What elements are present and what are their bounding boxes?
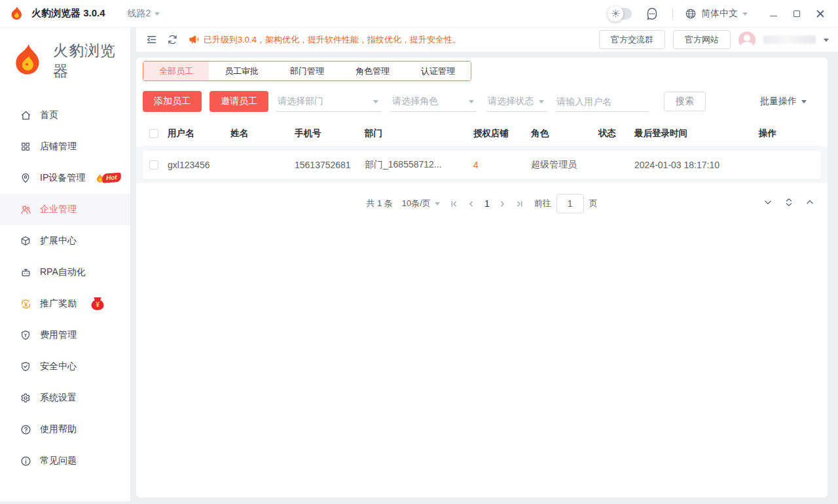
- sidebar-item-label: 首页: [40, 109, 58, 121]
- department-select-placeholder: 请选择部门: [278, 96, 323, 107]
- chevron-down-icon[interactable]: [763, 198, 773, 207]
- support-chat-icon[interactable]: [644, 5, 661, 22]
- content-card: 全部员工 员工审批 部门管理 角色管理 认证管理 添加员工 邀请员工 请选择部门…: [136, 58, 828, 497]
- authorized-shops-link[interactable]: 4: [473, 160, 479, 170]
- sidebar-item-help[interactable]: 使用帮助: [0, 414, 130, 445]
- tab-bar: 全部员工 员工审批 部门管理 角色管理 认证管理: [143, 61, 471, 81]
- sidebar-item-label: 企业管理: [40, 204, 77, 215]
- hot-badge: Hot: [96, 172, 122, 185]
- info-circle-icon: [20, 455, 31, 467]
- department-select[interactable]: 请选择部门: [276, 91, 381, 112]
- header-authorized-shops: 授权店铺: [473, 128, 531, 139]
- line-selector[interactable]: 线路2: [128, 8, 160, 20]
- prev-page-button[interactable]: [466, 198, 477, 209]
- search-button[interactable]: 搜索: [664, 92, 706, 111]
- brand-name: 火豹浏览器: [53, 41, 130, 81]
- chevron-down-icon: [539, 100, 544, 106]
- sidebar-item-label: 扩展中心: [40, 235, 77, 247]
- filter-toolbar: 添加员工 邀请员工 请选择部门 请选择角色 请选择状态 搜索 批量操作: [143, 91, 821, 112]
- hot-badge-label: Hot: [102, 173, 122, 183]
- row-checkbox[interactable]: [149, 160, 158, 170]
- select-all-checkbox[interactable]: [149, 129, 158, 138]
- sidebar-item-fee-management[interactable]: 费用管理: [0, 319, 130, 351]
- cell-phone: 15613752681: [295, 160, 365, 170]
- money-bag-icon: ¥: [90, 296, 105, 312]
- add-employee-button[interactable]: 添加员工: [143, 91, 202, 112]
- sidebar-item-faq[interactable]: 常见问题: [0, 445, 130, 477]
- role-select-placeholder: 请选择角色: [392, 96, 438, 107]
- first-page-button[interactable]: [449, 198, 460, 209]
- invite-employee-button[interactable]: 邀请员工: [210, 91, 268, 112]
- sidebar-item-label: 常见问题: [40, 455, 77, 467]
- batch-actions-dropdown[interactable]: 批量操作: [760, 96, 807, 107]
- next-page-button[interactable]: [498, 198, 508, 209]
- close-button[interactable]: [812, 5, 829, 22]
- pagination-total: 共 1 条: [366, 198, 392, 209]
- chevron-down-icon: [801, 100, 807, 106]
- announcement: 已升级到3.0.4，架构优化，提升软件性能，指纹优化，提升安全性。: [189, 34, 461, 46]
- username-input[interactable]: [556, 91, 648, 112]
- home-icon: [20, 109, 31, 121]
- last-page-button[interactable]: [515, 198, 525, 209]
- user-avatar[interactable]: [738, 31, 756, 48]
- user-menu-chevron-down-icon[interactable]: [824, 39, 829, 45]
- sidebar-item-security-center[interactable]: 安全中心: [0, 351, 130, 382]
- sidebar-item-ip-devices[interactable]: IP设备管理 Hot: [0, 162, 130, 194]
- sidebar-item-promotion-rewards[interactable]: 推广奖励 ¥: [0, 288, 130, 319]
- sidebar-item-extension-center[interactable]: 扩展中心: [0, 225, 130, 257]
- collapse-sidebar-icon[interactable]: [143, 32, 160, 48]
- status-select-placeholder: 请选择状态: [488, 96, 534, 107]
- goto-page-input[interactable]: [556, 194, 584, 213]
- header-last-login: 最后登录时间: [634, 128, 759, 139]
- chevron-down-icon: [435, 202, 440, 208]
- sidebar: 火豹浏览器 首页 店铺管理 IP设备管理: [0, 27, 131, 501]
- main-area: 已升级到3.0.4，架构优化，提升软件性能，指纹优化，提升安全性。 官方交流群 …: [131, 27, 838, 504]
- expand-toggle-icon[interactable]: [784, 198, 793, 207]
- tab-employee-approval[interactable]: 员工审批: [209, 62, 274, 81]
- sidebar-item-shop-management[interactable]: 店铺管理: [0, 131, 130, 162]
- refresh-icon[interactable]: [164, 32, 181, 48]
- chevron-up-icon[interactable]: [805, 198, 814, 207]
- sidebar-item-enterprise-management[interactable]: 企业管理: [0, 194, 130, 225]
- tab-all-employees[interactable]: 全部员工: [143, 62, 209, 81]
- sidebar-item-label: 店铺管理: [40, 141, 77, 153]
- official-group-button[interactable]: 官方交流群: [599, 30, 665, 49]
- cell-role: 超级管理员: [531, 159, 598, 171]
- robot-icon: [20, 266, 31, 278]
- maximize-button[interactable]: [788, 5, 805, 22]
- sidebar-item-system-settings[interactable]: 系统设置: [0, 382, 130, 414]
- cell-last-login: 2024-01-03 18:17:10: [634, 160, 759, 170]
- minimize-button[interactable]: [765, 5, 782, 22]
- sidebar-item-rpa-automation[interactable]: RPA自动化: [0, 257, 130, 288]
- line-selector-label: 线路2: [128, 8, 151, 20]
- theme-toggle[interactable]: [608, 8, 632, 20]
- people-icon: [20, 204, 31, 215]
- tab-auth-management[interactable]: 认证管理: [405, 62, 471, 81]
- cell-username: gxl123456: [168, 160, 230, 170]
- table-body: gxl123456 15613752681 部门_168558712... 4 …: [136, 147, 828, 183]
- current-page[interactable]: 1: [483, 198, 491, 209]
- header-username: 用户名: [168, 128, 230, 139]
- tab-department-management[interactable]: 部门管理: [274, 62, 340, 81]
- sun-icon: [611, 9, 620, 18]
- role-select[interactable]: 请选择角色: [391, 91, 477, 112]
- title-bar: 火豹浏览器 3.0.4 线路2: [0, 0, 838, 27]
- sidebar-nav: 首页 店铺管理 IP设备管理 Hot: [0, 99, 130, 477]
- tab-role-management[interactable]: 角色管理: [340, 62, 405, 81]
- grid-icon: [20, 141, 31, 153]
- sidebar-item-label: 使用帮助: [40, 423, 77, 435]
- sidebar-item-home[interactable]: 首页: [0, 99, 130, 131]
- header-status: 状态: [598, 128, 634, 139]
- status-select[interactable]: 请选择状态: [486, 91, 547, 112]
- page-unit-label: 页: [589, 198, 598, 209]
- batch-actions-label: 批量操作: [760, 96, 797, 107]
- gear-icon: [20, 392, 31, 404]
- top-toolbar: 已升级到3.0.4，架构优化，提升软件性能，指纹优化，提升安全性。 官方交流群 …: [136, 27, 838, 52]
- goto-label: 前往: [534, 198, 551, 209]
- language-label: 简体中文: [701, 8, 738, 20]
- official-website-button[interactable]: 官方网站: [673, 30, 731, 49]
- page-size-select[interactable]: 10条/页: [402, 198, 440, 209]
- megaphone-icon: [189, 34, 200, 45]
- maximize-icon: [793, 10, 800, 17]
- language-selector[interactable]: 简体中文: [685, 8, 748, 20]
